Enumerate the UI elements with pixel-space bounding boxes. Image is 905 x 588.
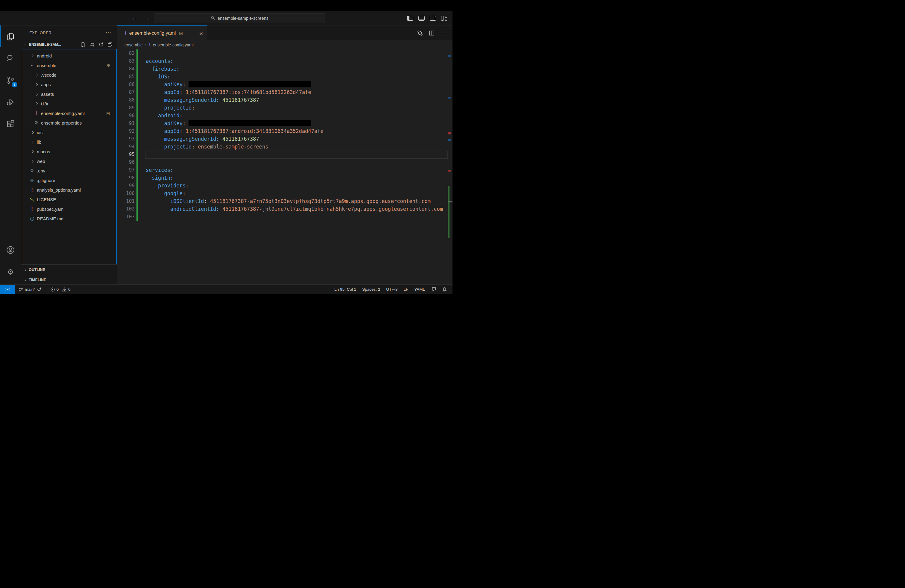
code-line-94[interactable]: 94 projectId: ensemble-sample-screens	[117, 143, 452, 151]
code-line-86[interactable]: 86 apiKey:	[117, 81, 452, 88]
toggle-primary-sidebar-icon[interactable]	[407, 16, 413, 21]
code-text: iOS:	[146, 73, 170, 81]
tree-item-apps[interactable]: apps	[21, 79, 116, 89]
toggle-panel-icon[interactable]	[418, 16, 425, 21]
code-line-96[interactable]: 96	[117, 158, 452, 166]
tree-item-env[interactable]: ⚙.env	[21, 166, 116, 175]
code-line-84[interactable]: 84 firebase:	[117, 65, 452, 73]
explorer-section-header[interactable]: ENSEMBLE-SAM...	[21, 40, 117, 49]
navigate-forward-button[interactable]: →	[143, 11, 149, 25]
timeline-section-header[interactable]: TIMELINE	[21, 275, 117, 284]
explorer-more-actions-icon[interactable]: ···	[106, 30, 111, 35]
overview-ruler-marker	[448, 138, 451, 141]
breadcrumb-file[interactable]: ensemble-config.yaml	[153, 43, 194, 47]
code-line-98[interactable]: 98 signIn:	[117, 174, 452, 182]
tree-item-ensemble-config-yaml[interactable]: !ensemble-config.yamlM	[21, 108, 116, 118]
code-line-95[interactable]: 95	[117, 151, 452, 158]
collapse-folders-icon[interactable]	[108, 42, 113, 47]
settings-button[interactable]: ⚙	[0, 261, 21, 283]
code-editor[interactable]: 8283accounts:84 firebase:85 iOS:86 apiKe…	[117, 49, 452, 284]
overview-ruler[interactable]	[448, 49, 452, 284]
refresh-icon[interactable]	[98, 42, 103, 47]
tree-item-lib[interactable]: lib	[21, 137, 116, 147]
code-line-87[interactable]: 87 appId: 1:451181767387:ios:74fb681bd58…	[117, 88, 452, 96]
code-line-103[interactable]: 103	[117, 213, 452, 221]
tree-item-ios[interactable]: ios	[21, 127, 116, 137]
yaml-icon: !	[31, 207, 33, 212]
code-line-102[interactable]: 102 androidClientId: 451181767387-jhl9in…	[117, 205, 452, 213]
cursor-position-status[interactable]: Ln 95, Col 1	[332, 287, 358, 292]
new-file-icon[interactable]	[81, 42, 86, 47]
yaml-icon: !	[149, 43, 151, 47]
accounts-button[interactable]	[0, 239, 21, 261]
code-text: appId: 1:451181767387:android:3418310634…	[146, 127, 324, 135]
tree-item-assets[interactable]: assets	[21, 89, 116, 99]
tab-ensemble-config-yaml[interactable]: ! ensemble-config.yaml M ×	[117, 25, 207, 40]
branch-status-item[interactable]: main*	[16, 285, 43, 294]
problems-status-item[interactable]: 0 0	[48, 285, 73, 294]
encoding-status[interactable]: UTF-8	[384, 287, 399, 292]
sidebar-item-explorer[interactable]	[0, 25, 21, 47]
tree-item-ensemble[interactable]: ensemble	[21, 60, 116, 70]
code-line-89[interactable]: 89 projectId:	[117, 104, 452, 112]
feedback-button[interactable]	[429, 287, 438, 292]
code-line-97[interactable]: 97services:	[117, 166, 452, 174]
code-line-99[interactable]: 99 providers:	[117, 182, 452, 189]
code-line-83[interactable]: 83accounts:	[117, 57, 452, 65]
tree-item-label: pubspec.yaml	[37, 207, 65, 212]
tree-item-pubspec-yaml[interactable]: !pubspec.yaml	[21, 204, 116, 214]
open-changes-icon[interactable]	[417, 30, 423, 36]
code-text: androidClientId: 451181767387-jhl9inu7cl…	[146, 205, 443, 213]
tree-item-gitignore[interactable]: .gitignore	[21, 175, 116, 185]
customize-layout-icon[interactable]	[441, 16, 448, 21]
tree-item-readme-md[interactable]: README.md	[21, 214, 116, 223]
tab-bar: ! ensemble-config.yaml M × ···	[117, 25, 452, 40]
chevron-down-icon	[30, 64, 33, 67]
search-icon	[6, 54, 15, 63]
command-center-search[interactable]: ensemble-sample-screens	[154, 13, 325, 23]
indentation-status[interactable]: Spaces: 2	[360, 287, 382, 292]
warning-count: 0	[68, 287, 71, 292]
code-line-90[interactable]: 90 android:	[117, 112, 452, 119]
tree-item-vscode[interactable]: .vscode	[21, 70, 116, 79]
split-editor-icon[interactable]	[429, 30, 435, 36]
tree-item-android[interactable]: android	[21, 51, 116, 60]
code-line-101[interactable]: 101 iOSClientId: 451181767387-a7rn75ot3n…	[117, 197, 452, 205]
eol-status[interactable]: LF	[402, 287, 410, 292]
code-line-85[interactable]: 85 iOS:	[117, 73, 452, 81]
sidebar-item-search[interactable]	[0, 47, 21, 69]
language-mode-status[interactable]: YAML	[413, 287, 427, 292]
tree-item-license[interactable]: LICENSE	[21, 195, 116, 204]
code-line-82[interactable]: 82	[117, 49, 452, 57]
chevron-right-icon	[35, 73, 38, 76]
sidebar-item-extensions[interactable]	[0, 113, 21, 135]
code-line-100[interactable]: 100 google:	[117, 189, 452, 197]
code-line-88[interactable]: 88 messagingSenderId: 451181767387	[117, 96, 452, 104]
code-line-92[interactable]: 92 appId: 1:451181767387:android:3418310…	[117, 127, 452, 135]
code-line-93[interactable]: 93 messagingSenderId: 451181767387	[117, 135, 452, 143]
remote-indicator[interactable]: ><	[0, 285, 15, 294]
tab-modified-badge: M	[179, 31, 183, 36]
code-line-91[interactable]: 91 apiKey:	[117, 119, 452, 127]
toggle-secondary-sidebar-icon[interactable]	[430, 16, 436, 21]
file-tree: androidensemble.vscodeappsassetsi18n!ens…	[21, 49, 117, 264]
key-icon	[30, 197, 35, 202]
tree-item-macos[interactable]: macos	[21, 147, 116, 156]
tree-item-ensemble-properties[interactable]: ⚙ensemble.properties	[21, 118, 116, 127]
tree-item-i18n[interactable]: i18n	[21, 99, 116, 108]
modified-dot-badge	[107, 64, 110, 67]
breadcrumb-folder[interactable]: ensemble	[124, 43, 143, 47]
editor-group: ! ensemble-config.yaml M × ··· ensemble …	[117, 25, 452, 284]
outline-section-header[interactable]: OUTLINE	[21, 264, 117, 275]
more-actions-icon[interactable]: ···	[441, 30, 447, 36]
notifications-button[interactable]	[440, 287, 449, 292]
chevron-right-icon	[30, 131, 33, 134]
tree-item-web[interactable]: web	[21, 156, 116, 166]
chevron-down-icon	[24, 43, 27, 46]
close-icon[interactable]: ×	[199, 30, 203, 37]
new-folder-icon[interactable]	[89, 42, 95, 47]
tree-item-analysis-options-yaml[interactable]: !analysis_options.yaml	[21, 185, 116, 195]
navigate-back-button[interactable]: ←	[132, 11, 138, 25]
sidebar-item-run-debug[interactable]	[0, 91, 21, 113]
sidebar-item-source-control[interactable]: 1	[0, 69, 21, 91]
